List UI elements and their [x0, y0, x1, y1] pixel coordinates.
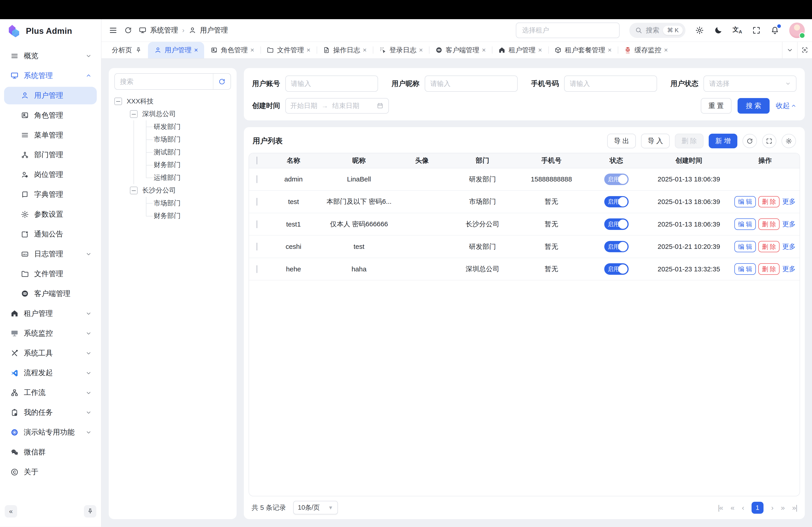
more-button[interactable]: 更多 — [782, 242, 796, 251]
sidebar-item[interactable]: 系统监控 — [4, 325, 97, 342]
row-checkbox[interactable] — [257, 198, 257, 206]
delete-row-button[interactable]: 删 除 — [758, 219, 780, 230]
reset-button[interactable]: 重 置 — [701, 98, 731, 114]
row-checkbox[interactable] — [257, 243, 257, 251]
tree-node[interactable]: 市场部门 — [114, 197, 231, 209]
page-tab[interactable]: 登录日志 × — [373, 42, 429, 58]
sidebar-item[interactable]: 部门管理 — [4, 146, 97, 164]
refresh-icon[interactable] — [124, 26, 132, 34]
settings-gear-icon[interactable] — [695, 26, 704, 35]
edit-button[interactable]: 编 辑 — [735, 219, 756, 230]
collapse-filters-link[interactable]: 收起 — [776, 101, 796, 110]
sidebar-pin-button[interactable] — [84, 505, 96, 517]
sidebar-item[interactable]: 微信群 — [4, 443, 97, 461]
sidebar-item[interactable]: 系统工具 — [4, 344, 97, 362]
row-checkbox[interactable] — [257, 265, 257, 273]
fullscreen-icon[interactable] — [752, 26, 761, 35]
pin-icon[interactable] — [135, 47, 142, 54]
tree-node[interactable]: 测试部门 — [114, 146, 231, 159]
notification-bell-icon[interactable] — [770, 26, 779, 35]
tree-node[interactable]: 市场部门 — [114, 133, 231, 146]
tree-collapse-box[interactable] — [130, 187, 137, 194]
sidebar-item[interactable]: 工作流 — [4, 384, 97, 402]
table-refresh-icon[interactable] — [742, 134, 757, 148]
export-button[interactable]: 导 出 — [607, 134, 636, 148]
sidebar-item[interactable]: 岗位管理 — [4, 166, 97, 183]
edit-button[interactable]: 编 辑 — [735, 196, 756, 208]
import-button[interactable]: 导 入 — [641, 134, 670, 148]
tab-close-icon[interactable]: × — [250, 46, 254, 54]
breadcrumb-item[interactable]: 系统管理 — [150, 26, 178, 35]
page-size-select[interactable]: 10条/页 ▼ — [293, 501, 338, 514]
date-range-input[interactable]: 开始日期 → 结束日期 — [285, 98, 389, 114]
sidebar-item[interactable]: DEV 日志管理 — [4, 245, 97, 263]
sidebar-item[interactable]: 流程发起 — [4, 364, 97, 381]
column-header[interactable]: 操作 — [730, 156, 800, 165]
tab-close-icon[interactable]: × — [664, 46, 668, 54]
tenant-select-input[interactable] — [516, 22, 619, 38]
column-header[interactable]: 创建时间 — [647, 156, 730, 165]
edit-button[interactable]: 编 辑 — [735, 263, 756, 275]
tree-node[interactable]: 财务部门 — [114, 159, 231, 171]
status-toggle[interactable]: 启用 — [604, 196, 629, 208]
tab-close-icon[interactable]: × — [482, 46, 485, 54]
next-page-button[interactable]: › — [771, 503, 773, 512]
page-tab[interactable]: 文件管理 × — [261, 42, 317, 58]
next-group-button[interactable]: » — [781, 503, 784, 512]
content-fullscreen-icon[interactable] — [797, 42, 812, 58]
sidebar-item[interactable]: 文件管理 — [4, 265, 97, 283]
delete-row-button[interactable]: 删 除 — [758, 263, 780, 275]
sidebar-item[interactable]: 客户端管理 — [4, 285, 97, 302]
row-checkbox[interactable] — [257, 175, 257, 183]
hamburger-icon[interactable] — [109, 26, 117, 35]
column-header[interactable]: 状态 — [585, 156, 647, 165]
tree-refresh-icon[interactable] — [213, 74, 231, 89]
status-toggle[interactable]: 启用 — [604, 174, 629, 185]
breadcrumb-item[interactable]: 用户管理 — [200, 26, 228, 35]
sidebar-item[interactable]: 通知公告 — [4, 225, 97, 243]
search-button[interactable]: 搜 索 — [738, 98, 769, 114]
select-all-checkbox[interactable] — [257, 157, 257, 164]
page-tab[interactable]: 客户端管理 × — [429, 42, 492, 58]
tab-close-icon[interactable]: × — [538, 46, 542, 54]
status-toggle[interactable]: 启用 — [604, 241, 629, 253]
column-header[interactable]: 昵称 — [322, 156, 396, 165]
tab-close-icon[interactable]: × — [306, 46, 310, 54]
page-tab[interactable]: 用户管理 × — [148, 42, 204, 58]
tab-close-icon[interactable]: × — [363, 46, 366, 54]
more-button[interactable]: 更多 — [782, 220, 796, 229]
more-button[interactable]: 更多 — [782, 265, 796, 274]
sidebar-item[interactable]: 角色管理 — [4, 107, 97, 124]
page-tab[interactable]: 租户套餐管理 × — [548, 42, 618, 58]
global-search-button[interactable]: 搜索 ⌘ K — [629, 23, 685, 38]
sidebar-collapse-button[interactable]: « — [5, 505, 17, 517]
column-header[interactable]: 头像 — [396, 156, 448, 165]
sidebar-item[interactable]: 用户管理 — [4, 87, 97, 104]
add-button[interactable]: 新 增 — [709, 134, 737, 148]
filter-input[interactable]: 请输入 — [425, 76, 518, 92]
app-logo[interactable]: Plus Admin — [0, 19, 101, 43]
filter-input[interactable]: 请输入 — [564, 76, 657, 92]
row-checkbox[interactable] — [257, 221, 257, 228]
delete-row-button[interactable]: 删 除 — [758, 241, 780, 253]
sidebar-item[interactable]: 我的任务 — [4, 404, 97, 421]
page-tab[interactable]: 租户管理 × — [492, 42, 548, 58]
table-settings-gear-icon[interactable] — [782, 134, 796, 148]
delete-row-button[interactable]: 删 除 — [758, 196, 780, 208]
sidebar-item[interactable]: 字典管理 — [4, 186, 97, 203]
edit-button[interactable]: 编 辑 — [735, 241, 756, 253]
last-page-button[interactable]: »| — [792, 503, 797, 512]
prev-group-button[interactable]: « — [730, 503, 734, 512]
dark-mode-moon-icon[interactable] — [714, 26, 723, 35]
table-fullscreen-icon[interactable] — [762, 134, 777, 148]
status-toggle[interactable]: 启用 — [604, 263, 629, 275]
filter-input[interactable]: 请输入 — [285, 76, 378, 92]
sidebar-item[interactable]: 菜单管理 — [4, 126, 97, 144]
status-toggle[interactable]: 启用 — [604, 219, 629, 230]
tab-close-icon[interactable]: × — [194, 46, 198, 54]
more-button[interactable]: 更多 — [782, 197, 796, 206]
tree-search-input[interactable] — [115, 78, 213, 86]
column-header[interactable]: 部门 — [448, 156, 517, 165]
filter-input[interactable]: 请选择 — [704, 76, 796, 92]
sidebar-item[interactable]: 关于 — [4, 463, 97, 481]
